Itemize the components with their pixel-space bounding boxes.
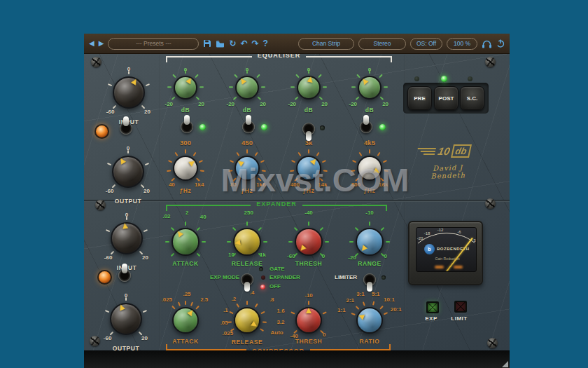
knob-comp-ratio[interactable] bbox=[356, 307, 383, 334]
knob-tick bbox=[165, 241, 169, 243]
help-icon[interactable]: ? bbox=[263, 39, 268, 48]
sidechain-button[interactable]: S.C. bbox=[460, 86, 484, 110]
knob-label: 10 bbox=[228, 252, 234, 258]
knob-tick bbox=[351, 86, 356, 88]
knob-label: 2 bbox=[186, 210, 188, 216]
knob-tick bbox=[369, 222, 370, 226]
post-button[interactable]: POST bbox=[434, 86, 458, 110]
save-icon[interactable] bbox=[203, 39, 211, 48]
limit-led-label: LIMIT bbox=[447, 315, 471, 322]
expander-title: EXPANDER bbox=[251, 200, 302, 207]
input-pad-toggle-bottom[interactable] bbox=[118, 269, 131, 282]
preset-selector[interactable]: --- Presets --- bbox=[108, 38, 199, 50]
knob-comp-attack[interactable] bbox=[172, 307, 199, 334]
knob-eq-gain-band1[interactable] bbox=[174, 76, 197, 100]
post-led bbox=[441, 76, 447, 82]
eq-band4-led bbox=[379, 124, 386, 130]
knob-label: 20 bbox=[144, 109, 150, 115]
knob-label: 0 bbox=[125, 292, 127, 299]
prev-preset-button[interactable]: ◀ bbox=[89, 40, 94, 47]
knob-exp-range[interactable] bbox=[356, 228, 384, 256]
channel-mode-button[interactable]: Chan Strip bbox=[298, 38, 354, 50]
input-pad-toggle-top[interactable] bbox=[120, 122, 132, 135]
headphone-icon[interactable] bbox=[482, 39, 492, 48]
logo-number: 10 bbox=[437, 145, 451, 157]
knob-tick bbox=[200, 86, 204, 88]
exp-mode-toggle[interactable] bbox=[241, 273, 253, 286]
pre-button[interactable]: PRE bbox=[407, 86, 432, 110]
knob-label: 4k5 bbox=[364, 139, 375, 146]
knob-tick bbox=[386, 241, 390, 243]
ui-zoom-button[interactable]: 100 % bbox=[447, 38, 477, 50]
knob-eq-freq-band4[interactable] bbox=[357, 156, 382, 181]
toggle-lever bbox=[122, 264, 127, 273]
knob-tick bbox=[369, 149, 370, 154]
eq-band4-toggle[interactable] bbox=[360, 121, 372, 133]
knob-eq-freq-band1[interactable] bbox=[173, 156, 198, 181]
bracket-line bbox=[302, 205, 387, 211]
knob-input-gain-top[interactable] bbox=[113, 76, 145, 109]
refresh-icon[interactable]: ↻ bbox=[229, 39, 236, 48]
stereo-mode-button[interactable]: Stereo bbox=[358, 38, 406, 50]
knob-tick bbox=[185, 149, 186, 154]
knob-tick bbox=[261, 86, 265, 88]
meter-scale-label: -12 bbox=[438, 228, 444, 232]
knob-exp-thresh[interactable] bbox=[295, 228, 323, 256]
knob-label: -20 bbox=[288, 100, 296, 107]
screw-icon bbox=[90, 336, 100, 346]
knob-tick bbox=[349, 241, 354, 243]
meter-scale-label: -6 bbox=[457, 230, 461, 234]
limiter-toggle[interactable] bbox=[363, 273, 376, 286]
eq-band3-toggle[interactable] bbox=[302, 123, 315, 135]
knob-label: dB bbox=[181, 107, 190, 114]
knob-label: dB bbox=[304, 107, 314, 114]
knob-comp-release[interactable] bbox=[234, 307, 260, 334]
toggle-lever bbox=[244, 282, 250, 292]
meter-face: b BOZBENDETH Gain Reduction -20-18-12-63 bbox=[416, 227, 477, 272]
limiter-led bbox=[382, 275, 386, 280]
oversampling-button[interactable]: OS: Off bbox=[410, 38, 442, 50]
expander-section-bracket: EXPANDER bbox=[166, 205, 387, 212]
knob-label: -60 bbox=[104, 335, 112, 341]
screw-icon bbox=[487, 338, 498, 348]
knob-label: .25 bbox=[183, 291, 190, 297]
knob-label: 250 bbox=[244, 210, 253, 216]
knob-label: 0 bbox=[384, 252, 386, 259]
desktop-background: ◀ ▶ --- Presets --- ↻ ↶ ↷ ? Chan Strip S… bbox=[0, 0, 588, 368]
knob-label: THRESH bbox=[295, 260, 323, 267]
undo-icon[interactable]: ↶ bbox=[240, 39, 247, 48]
knob-pointer bbox=[307, 76, 314, 82]
knob-label: OUTPUT bbox=[115, 198, 142, 205]
preset-label: --- Presets --- bbox=[136, 40, 172, 47]
redo-icon[interactable]: ↷ bbox=[252, 39, 259, 48]
knob-output-gain-top[interactable] bbox=[112, 156, 144, 188]
knob-label: ATTACK bbox=[172, 260, 198, 267]
sc-led bbox=[468, 76, 472, 81]
knob-label: ƒHz bbox=[364, 187, 376, 194]
exp-mode-label: EXP MODE bbox=[195, 274, 239, 280]
knob-output-gain-bottom[interactable] bbox=[110, 303, 142, 335]
knob-label: 20 bbox=[198, 100, 204, 107]
knob-label: 800 bbox=[351, 181, 360, 187]
knob-label: .025 bbox=[161, 297, 172, 303]
knob-label: -10 bbox=[365, 210, 374, 216]
knob-eq-freq-band3[interactable] bbox=[296, 156, 321, 181]
knob-label: Auto bbox=[271, 329, 284, 336]
knob-tick bbox=[227, 241, 231, 243]
resize-handle[interactable] bbox=[502, 361, 508, 367]
bracket-line bbox=[166, 205, 251, 211]
knob-label: 20 bbox=[382, 100, 388, 107]
eq-band2-toggle[interactable] bbox=[242, 121, 255, 133]
eq-band3-led bbox=[320, 125, 325, 130]
folder-icon[interactable] bbox=[216, 40, 225, 48]
knob-label: 0 bbox=[127, 145, 130, 151]
screw-icon bbox=[95, 200, 106, 210]
limiter-label: LIMITER bbox=[326, 274, 365, 280]
power-icon[interactable] bbox=[496, 39, 505, 48]
knob-label: 1k bbox=[260, 252, 266, 258]
knob-tick bbox=[229, 86, 233, 88]
knob-label: -10 bbox=[304, 292, 313, 299]
eq-band1-toggle[interactable] bbox=[181, 121, 193, 133]
boz-logo-icon: b bbox=[424, 244, 435, 254]
next-preset-button[interactable]: ▶ bbox=[99, 40, 104, 47]
